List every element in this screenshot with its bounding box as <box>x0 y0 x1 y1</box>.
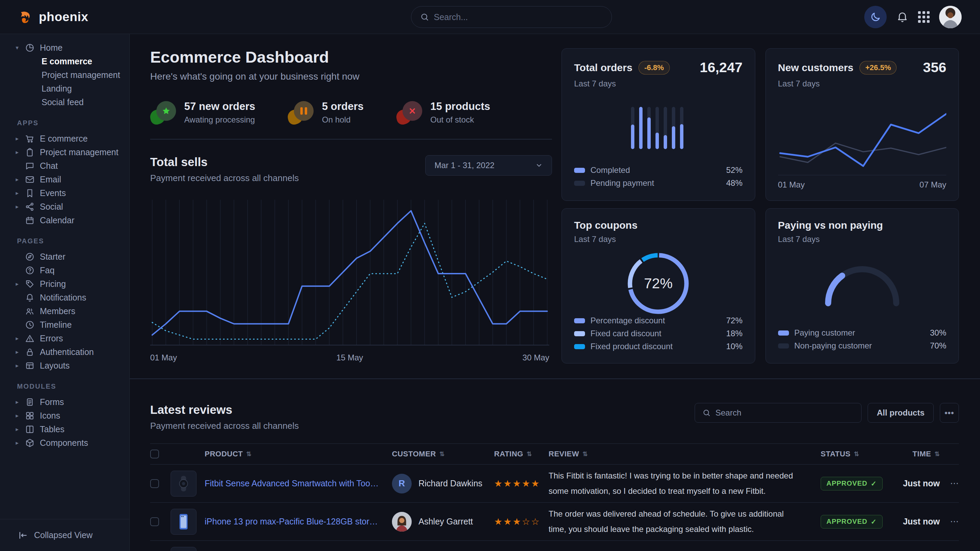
collapse-sidebar-button[interactable]: Collapsed View <box>0 519 129 551</box>
legend-item-fixed-card-discount: Fixed card discount18% <box>574 327 743 340</box>
reviews-search-input[interactable] <box>716 408 854 418</box>
sidebar-item-label: Project management <box>40 148 118 157</box>
customer-cell: Ashley Garrett <box>392 512 494 532</box>
caret-icon: ▸ <box>16 190 24 197</box>
notifications-button[interactable] <box>896 11 908 23</box>
sidebar-item-authentication[interactable]: ▸Authentication <box>0 345 129 359</box>
reviews-controls: All products ••• <box>695 403 959 423</box>
sidebar-item-layouts[interactable]: ▸Layouts <box>0 359 129 372</box>
table-row: iPhone 13 pro max-Pacific Blue-128GB sto… <box>150 503 959 541</box>
column-header-rating[interactable]: RATING⇅ <box>494 449 549 459</box>
product-thumbnail <box>170 547 196 551</box>
caret-icon: ▾ <box>16 44 24 51</box>
total-sells-chart <box>150 197 549 348</box>
product-link[interactable]: iPhone 13 pro max-Pacific Blue-128GB sto… <box>205 517 392 527</box>
sidebar-item-e-commerce[interactable]: ▸E commerce <box>0 132 129 145</box>
reviews-search[interactable] <box>695 403 862 423</box>
chat-icon <box>25 161 35 171</box>
column-header-product[interactable]: PRODUCT⇅ <box>205 449 392 459</box>
sidebar-item-notifications[interactable]: Notifications <box>0 291 129 304</box>
sidebar-item-landing[interactable]: Landing <box>0 82 129 95</box>
legend-label: Completed <box>590 165 630 175</box>
sidebar-item-starter[interactable]: Starter <box>0 250 129 264</box>
x-label-end: 30 May <box>522 353 549 362</box>
grid-icon <box>25 411 35 421</box>
sidebar-item-calendar[interactable]: Calendar <box>0 213 129 227</box>
pie-icon <box>25 43 35 53</box>
row-checkbox[interactable] <box>150 517 159 526</box>
legend-label: Paying customer <box>794 328 855 338</box>
sort-icon: ⇅ <box>854 450 859 458</box>
sidebar-item-project-management[interactable]: Project management <box>0 68 129 82</box>
customer-name: Ashley Garrett <box>418 517 473 527</box>
total-sells-title: Total sells <box>150 155 299 169</box>
sidebar-item-e-commerce[interactable]: E commerce <box>0 54 129 68</box>
all-products-button[interactable]: All products <box>868 403 934 423</box>
column-header-customer[interactable]: CUSTOMER⇅ <box>392 449 494 459</box>
sidebar-item-pricing[interactable]: ▸Pricing <box>0 277 129 291</box>
page-subtitle: Here's what's going on at your business … <box>150 71 552 82</box>
sidebar-item-components[interactable]: ▸Components <box>0 436 129 449</box>
legend-item-pending-payment: Pending payment48% <box>574 177 743 190</box>
card-title: Total orders <box>574 62 632 73</box>
caret-icon: ▸ <box>16 335 24 342</box>
sidebar-item-label: Calendar <box>40 216 74 225</box>
dark-mode-toggle[interactable] <box>864 6 887 28</box>
column-header-review[interactable]: REVIEW⇅ <box>549 449 821 459</box>
users-icon <box>25 306 35 316</box>
sidebar-item-errors[interactable]: ▸Errors <box>0 332 129 345</box>
legend-label: Percentage discount <box>590 316 665 326</box>
product-link[interactable]: Fitbit Sense Advanced Smartwatch with To… <box>205 478 392 488</box>
sidebar-item-email[interactable]: ▸Email <box>0 173 129 186</box>
legend-item-non-paying-customer: Non-paying customer70% <box>778 339 947 352</box>
date-range-select[interactable]: Mar 1 - 31, 2022 <box>425 155 552 176</box>
select-all-checkbox[interactable] <box>150 449 159 459</box>
sidebar-item-faq[interactable]: Faq <box>0 264 129 277</box>
sidebar-item-social-feed[interactable]: Social feed <box>0 95 129 109</box>
user-avatar[interactable] <box>939 6 962 28</box>
grid-icon <box>918 11 930 23</box>
row-actions-button[interactable]: ⋯ <box>940 478 959 489</box>
sidebar-item-label: Home <box>40 43 63 53</box>
sidebar-item-chat[interactable]: Chat <box>0 159 129 173</box>
column-header-status[interactable]: STATUS⇅ <box>821 449 889 459</box>
stat-57-new-orders: 57 new ordersAwating processing <box>150 100 255 125</box>
sidebar-item-tables[interactable]: ▸Tables <box>0 422 129 436</box>
star-icon <box>150 101 176 124</box>
sidebar-item-label: Pricing <box>40 279 66 289</box>
sort-icon: ⇅ <box>934 450 940 458</box>
table-row: Fitbit Sense Advanced Smartwatch with To… <box>150 465 959 503</box>
sort-icon: ⇅ <box>582 450 588 458</box>
sidebar-item-label: Members <box>40 306 75 316</box>
reviews-more-button[interactable]: ••• <box>940 403 959 423</box>
avatar: R <box>392 474 412 494</box>
stat-value: 5 orders <box>322 100 363 113</box>
legend-value: 72% <box>726 316 742 326</box>
sidebar-item-home[interactable]: ▾Home <box>0 41 129 54</box>
x-label-mid: 15 May <box>336 353 363 362</box>
brand-logo[interactable]: phoenix <box>18 10 88 24</box>
sidebar-item-label: Faq <box>40 265 54 275</box>
sidebar-item-project-management[interactable]: ▸Project management <box>0 145 129 159</box>
legend-value: 52% <box>726 165 742 175</box>
x-label-start: 01 May <box>778 180 805 190</box>
search-input[interactable] <box>434 12 603 22</box>
trend-badge: +26.5% <box>859 61 897 75</box>
sidebar-item-timeline[interactable]: Timeline <box>0 318 129 332</box>
collapse-icon <box>18 530 28 540</box>
sidebar-item-members[interactable]: Members <box>0 304 129 318</box>
sidebar-item-forms[interactable]: ▸Forms <box>0 395 129 409</box>
global-search[interactable] <box>411 6 612 28</box>
sidebar-item-events[interactable]: ▸Events <box>0 186 129 200</box>
sidebar: ▾HomeE commerceProject managementLanding… <box>0 34 130 551</box>
row-actions-button[interactable]: ⋯ <box>940 516 959 527</box>
ellipsis-icon: ••• <box>945 408 954 417</box>
bell-icon <box>25 293 35 303</box>
apps-launcher-button[interactable] <box>918 11 930 23</box>
row-checkbox[interactable] <box>150 479 159 488</box>
card-value: 16,247 <box>700 60 742 76</box>
legend-label: Fixed card discount <box>590 329 661 338</box>
sidebar-item-icons[interactable]: ▸Icons <box>0 409 129 422</box>
column-header-time[interactable]: TIME⇅ <box>889 449 940 459</box>
sidebar-item-social[interactable]: ▸Social <box>0 200 129 213</box>
